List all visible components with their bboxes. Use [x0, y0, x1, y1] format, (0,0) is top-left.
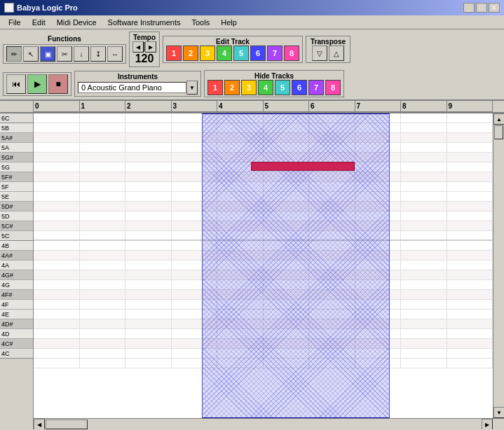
key-4c[interactable]: 4C	[0, 349, 33, 359]
cursor-tool[interactable]: ↖	[23, 46, 39, 62]
scroll-thumb-v[interactable]	[494, 125, 503, 139]
scroll-left-button[interactable]: ◀	[34, 419, 45, 429]
minimize-button[interactable]: _	[463, 3, 475, 13]
key-4b[interactable]: 4B	[0, 241, 33, 251]
functions-row: Functions ✏ ↖ ▣ ✂ ↓ ↧ ↔ Tempo ◀ ▶ 120 Ed…	[3, 32, 501, 67]
hide-track-4[interactable]: 4	[258, 80, 273, 95]
second-row: ⏮ ▶ ■ Instruments 0 Acoustic Grand Piano…	[3, 70, 501, 97]
ruler-8: 8	[401, 101, 447, 111]
transpose-down-button[interactable]: ▽	[312, 46, 327, 61]
key-5f[interactable]: 5F	[0, 182, 33, 192]
scroll-track-v[interactable]	[493, 125, 504, 407]
key-4gs[interactable]: 4G#	[0, 270, 33, 280]
down2-tool[interactable]: ↧	[90, 46, 106, 62]
select-tool[interactable]: ▣	[40, 46, 55, 62]
key-5g[interactable]: 5G	[0, 162, 33, 172]
key-4e[interactable]: 4E	[0, 310, 33, 319]
tempo-right-arrow[interactable]: ▶	[145, 41, 156, 53]
close-button[interactable]: ✕	[489, 3, 500, 13]
edit-track-4[interactable]: 4	[217, 46, 232, 61]
pencil-tool[interactable]: ✏	[6, 46, 22, 62]
maximize-button[interactable]: □	[476, 3, 487, 13]
key-4fs[interactable]: 4F#	[0, 290, 33, 300]
scroll-thumb-h[interactable]	[46, 419, 88, 429]
key-4d[interactable]: 4D	[0, 329, 33, 339]
stop-button[interactable]: ■	[48, 74, 68, 94]
grid-row-15	[34, 261, 493, 270]
edit-track-3[interactable]: 3	[200, 46, 215, 61]
hide-track-1[interactable]: 1	[207, 80, 223, 95]
down1-tool[interactable]: ↓	[74, 46, 89, 62]
ruler-2: 2	[125, 101, 172, 111]
edit-track-6[interactable]: 6	[250, 46, 266, 61]
edit-track-numbers: 1 2 3 4 5 6 7 8	[166, 46, 299, 61]
horizontal-scrollbar[interactable]: ◀ ▶	[34, 418, 504, 429]
key-5ds[interactable]: 5D#	[0, 202, 33, 211]
title-bar: ♪ Babya Logic Pro _ □ ✕	[0, 0, 504, 15]
menu-tools[interactable]: Tools	[186, 15, 216, 29]
edit-track-1[interactable]: 1	[166, 46, 182, 61]
key-4g[interactable]: 4G	[0, 280, 33, 290]
hide-track-6[interactable]: 6	[292, 80, 307, 95]
grid-row-12	[34, 231, 493, 241]
menu-edit[interactable]: Edit	[27, 15, 51, 29]
hide-track-3[interactable]: 3	[241, 80, 257, 95]
play-button[interactable]: ▶	[27, 74, 47, 94]
app-title: Babya Logic Pro	[17, 4, 78, 12]
tempo-left-arrow[interactable]: ◀	[132, 41, 144, 53]
ruler-spacer	[0, 101, 34, 112]
key-4a[interactable]: 4A	[0, 261, 33, 270]
instruments-dropdown[interactable]: ▼	[186, 81, 198, 95]
grid-row-25	[34, 359, 493, 368]
grid-row-9	[34, 202, 493, 211]
grid-row-22	[34, 329, 493, 339]
hide-track-2[interactable]: 2	[224, 80, 240, 95]
transpose-up-button[interactable]: △	[329, 46, 344, 61]
key-5c[interactable]: 5C	[0, 231, 33, 241]
key-5e[interactable]: 5E	[0, 192, 33, 202]
vertical-scrollbar[interactable]: ▲ ▼	[493, 113, 504, 418]
edit-track-label: Edit Track	[216, 38, 250, 46]
hide-tracks-label: Hide Tracks	[254, 72, 294, 80]
key-5cs[interactable]: 5C#	[0, 221, 33, 231]
tempo-scroll-row: ◀ ▶	[132, 41, 156, 53]
key-5fs[interactable]: 5F#	[0, 172, 33, 182]
edit-track-5[interactable]: 5	[233, 46, 249, 61]
key-4f[interactable]: 4F	[0, 300, 33, 310]
key-5as[interactable]: 5A#	[0, 133, 33, 143]
tempo-value: 120	[135, 53, 154, 65]
key-4cs[interactable]: 4C#	[0, 339, 33, 349]
key-5b[interactable]: 5B	[0, 123, 33, 133]
rewind-button[interactable]: ⏮	[6, 74, 26, 94]
cut-tool[interactable]: ✂	[57, 46, 72, 62]
scroll-track-h[interactable]	[45, 419, 482, 429]
edit-track-7[interactable]: 7	[267, 46, 282, 61]
grid-row-3	[34, 143, 493, 153]
key-4as[interactable]: 4A#	[0, 251, 33, 261]
key-5d[interactable]: 5D	[0, 211, 33, 221]
grid-wrapper: ▲ ▼ ◀ ▶	[34, 113, 504, 429]
move-tool[interactable]: ↔	[107, 46, 123, 62]
menu-file[interactable]: File	[3, 15, 27, 29]
scroll-down-button[interactable]: ▼	[493, 407, 504, 418]
menu-help[interactable]: Help	[215, 15, 243, 29]
ruler-scroll-corner	[493, 101, 504, 112]
key-5gs[interactable]: 5G#	[0, 153, 33, 162]
hide-track-8[interactable]: 8	[325, 80, 341, 95]
ruler-0: 0	[34, 101, 80, 111]
scroll-right-button[interactable]: ▶	[482, 419, 493, 429]
edit-track-2[interactable]: 2	[183, 46, 198, 61]
ruler-9: 9	[447, 101, 493, 111]
grid-row-21	[34, 319, 493, 329]
key-6c[interactable]: 6C	[0, 113, 33, 123]
key-4ds[interactable]: 4D#	[0, 319, 33, 329]
hide-track-7[interactable]: 7	[308, 80, 324, 95]
grid-row-14	[34, 251, 493, 261]
key-5a[interactable]: 5A	[0, 143, 33, 153]
scroll-up-button[interactable]: ▲	[493, 113, 504, 125]
menu-software-instruments[interactable]: Software Instruments	[102, 15, 186, 29]
edit-track-8[interactable]: 8	[284, 46, 299, 61]
grid-area[interactable]	[34, 113, 493, 418]
menu-midi-device[interactable]: Midi Device	[51, 15, 102, 29]
hide-track-5[interactable]: 5	[275, 80, 290, 95]
